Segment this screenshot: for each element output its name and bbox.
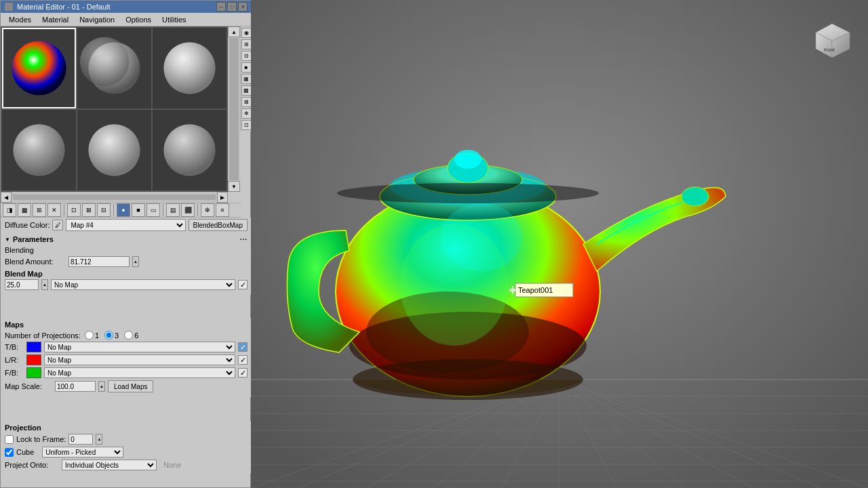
video-btn[interactable]: ▤ [166, 203, 180, 217]
tool-btn-6[interactable]: ▩ [241, 85, 252, 96]
fb-check[interactable]: ✓ [238, 368, 248, 378]
menu-modes[interactable]: Modes [3, 15, 37, 24]
blend-map-row: ▲ No Map ✓ [5, 279, 248, 290]
blend-amount-input[interactable] [68, 256, 130, 267]
tb-row: T/B: No Map ✓ [5, 342, 248, 352]
load-maps-button[interactable]: Load Maps [108, 380, 153, 392]
scroll-down-button[interactable]: ▼ [228, 181, 240, 192]
map-scale-input[interactable] [55, 381, 96, 392]
num-projections-row: Number of Projections: 1 3 6 [5, 331, 248, 340]
preview-slot-1[interactable] [2, 28, 76, 108]
projection-radio-group: 1 3 6 [85, 331, 138, 340]
uniform-select[interactable]: Uniform - Picked [42, 447, 123, 458]
proj-label-6: 6 [134, 331, 138, 340]
assign-material-btn[interactable]: ▩ [18, 203, 31, 217]
blend-map-value[interactable] [5, 279, 39, 290]
preview-area [1, 26, 228, 192]
projection-title: Projection [5, 424, 248, 432]
scroll-up-button[interactable]: ▲ [228, 26, 240, 37]
lr-color-swatch[interactable] [26, 354, 41, 365]
parameters-header: ▼ Parameters ··· [5, 235, 248, 243]
map-scale-spinner[interactable]: ▲ [98, 381, 105, 392]
fb-color-swatch[interactable] [26, 367, 41, 378]
cube-checkbox[interactable] [5, 448, 14, 457]
svg-point-5 [13, 124, 64, 176]
map-scale-label: Map Scale: [5, 382, 52, 390]
section-options[interactable]: ··· [240, 236, 248, 243]
blend-map-spinner[interactable]: ▲ [41, 279, 48, 290]
preview-sphere-4 [3, 111, 75, 189]
maximize-button[interactable]: □ [227, 2, 237, 12]
tool-btn-4[interactable]: ■ [241, 62, 252, 73]
bg-btn[interactable]: ⬛ [181, 203, 195, 217]
hscroll-left[interactable]: ◀ [1, 192, 12, 203]
hscroll-right[interactable]: ▶ [217, 192, 228, 203]
blend-amount-row: Blend Amount: ▲ [5, 256, 248, 267]
preview-slot-6[interactable] [153, 110, 226, 190]
scroll-track[interactable] [229, 38, 239, 180]
tool-btn-8[interactable]: ✼ [241, 108, 252, 119]
proj-radio-1[interactable]: 1 [85, 331, 99, 340]
sphere-btn[interactable]: ● [117, 203, 130, 217]
lr-map-select[interactable]: No Map [44, 354, 235, 365]
preview-sphere-6 [154, 111, 225, 189]
preview-slot-3[interactable] [153, 28, 226, 108]
tool-btn-3[interactable]: ⊟ [241, 51, 252, 61]
expand-triangle[interactable]: ▼ [5, 237, 10, 243]
make-unique-btn[interactable]: ⊡ [67, 203, 81, 217]
close-button[interactable]: ✕ [238, 2, 248, 12]
delete-btn[interactable]: ✕ [47, 203, 61, 217]
fb-map-select[interactable]: No Map [44, 367, 235, 378]
preview-slot-2[interactable] [77, 28, 151, 108]
tool-btn-1[interactable]: ◉ [241, 28, 252, 38]
fb-row: F/B: No Map ✓ [5, 367, 248, 378]
window-controls: ─ □ ✕ [216, 2, 248, 12]
box-btn[interactable]: ■ [132, 203, 145, 217]
proj-radio-3[interactable]: 3 [104, 331, 119, 340]
menu-btn[interactable]: ≡ [216, 203, 229, 217]
project-onto-row: Project Onto: Individual Objects None [5, 460, 248, 470]
blend-amount-spinner-up[interactable]: ▲ [132, 256, 139, 267]
paste-btn[interactable]: ⊟ [97, 203, 111, 217]
options-btn[interactable]: ✼ [201, 203, 214, 217]
tool-btn-9[interactable]: ⊡ [241, 120, 252, 130]
lock-frame-input[interactable] [68, 434, 93, 445]
tb-check[interactable]: ✓ [238, 342, 248, 352]
navigation-cube[interactable]: front [810, 20, 854, 64]
lr-label: L/R: [5, 356, 24, 364]
blend-map-type[interactable]: No Map [51, 279, 235, 290]
preview-slot-4[interactable] [2, 110, 76, 190]
cylinder-btn[interactable]: ▭ [146, 203, 160, 217]
preview-slot-5[interactable] [77, 110, 151, 190]
diffuse-label: Diffuse Color: [5, 221, 50, 229]
tool-btn-2[interactable]: ⊞ [241, 39, 252, 49]
eyedropper-button[interactable]: 🖊 [52, 220, 63, 230]
minimize-button[interactable]: ─ [216, 2, 226, 12]
tb-map-select[interactable]: No Map [44, 342, 235, 352]
diffuse-map-select[interactable]: Map #4 [66, 219, 185, 231]
menu-utilities[interactable]: Utilities [157, 15, 191, 24]
lock-frame-row: Lock to Frame: ▲ [5, 434, 248, 445]
map-scale-row: Map Scale: ▲ Load Maps [5, 380, 248, 392]
tool-btn-5[interactable]: ▦ [241, 74, 252, 84]
reset-map-btn[interactable]: ⊞ [33, 203, 46, 217]
svg-point-3 [80, 37, 130, 87]
blend-map-check[interactable]: ✓ [238, 280, 248, 289]
proj-radio-6[interactable]: 6 [124, 331, 138, 340]
lock-frame-checkbox[interactable] [5, 435, 14, 444]
pick-material-btn[interactable]: ◨ [3, 203, 16, 217]
maps-title: Maps [5, 321, 248, 329]
blended-box-map-button[interactable]: BlendedBoxMap [189, 219, 248, 231]
tb-color-swatch[interactable] [26, 342, 41, 352]
menu-options[interactable]: Options [120, 15, 157, 24]
lock-frame-spinner[interactable]: ▲ [96, 434, 102, 445]
preview-hscroll: ◀ ▶ [1, 192, 228, 203]
tool-btn-7[interactable]: ⊠ [241, 97, 252, 107]
copy-btn[interactable]: ⊠ [82, 203, 96, 217]
sep-4 [197, 204, 198, 216]
lr-check[interactable]: ✓ [238, 355, 248, 365]
hscroll-track[interactable] [13, 195, 216, 200]
menu-navigation[interactable]: Navigation [74, 15, 120, 24]
menu-material[interactable]: Material [37, 15, 74, 24]
project-onto-select[interactable]: Individual Objects [62, 460, 157, 470]
